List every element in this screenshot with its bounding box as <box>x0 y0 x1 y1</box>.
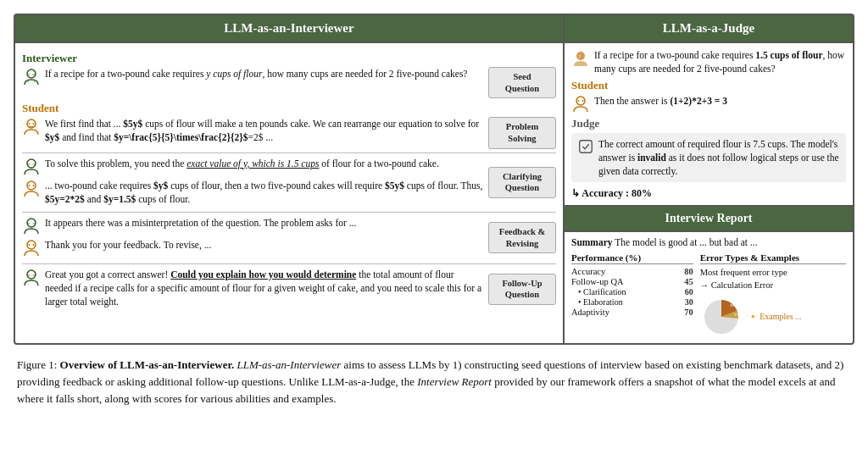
conv-row-2: To solve this problem, you need the exac… <box>22 157 483 176</box>
left-panel-header: LLM-as-an-Interviewer <box>15 15 563 43</box>
caption-report-italic: Interview Report <box>417 375 492 388</box>
svg-text:?: ? <box>578 53 581 60</box>
conv-row-5: Thank you for your feedback. To revise, … <box>22 238 483 258</box>
clarifying-question-label: ClarifyingQuestion <box>488 167 556 198</box>
interviewer-avatar-6 <box>22 269 41 287</box>
followup-msg-text: Great you got a correct answer! Could yo… <box>45 268 483 308</box>
seed-msg-text: If a recipe for a two-pound cake require… <box>45 67 483 80</box>
left-panel: LLM-as-an-Interviewer Interviewer <box>15 15 565 343</box>
judge-seed-row: ? If a recipe for a two-pound cake requi… <box>571 48 846 75</box>
report-header: Interview Report <box>565 207 853 232</box>
interviewer-avatar-0 <box>22 68 41 86</box>
svg-point-10 <box>27 219 36 227</box>
judge-section: ? If a recipe for a two-pound cake requi… <box>565 43 853 207</box>
left-panel-content: Interviewer <box>15 43 563 319</box>
main-container: LLM-as-an-Interviewer Interviewer <box>14 14 854 345</box>
feedback-revising-label: Feedback &Revising <box>488 222 556 253</box>
error-type: → Calculation Error <box>700 280 846 292</box>
error-col: Error Types & Examples Most frequent err… <box>700 252 846 337</box>
student-avatar-3 <box>22 180 41 198</box>
problem-solving-label: ProblemSolving <box>488 117 556 148</box>
examples-link[interactable]: 🔸 Examples ... <box>748 312 802 321</box>
perf-accuracy: Accuracy 80 <box>571 267 693 276</box>
followup-messages: Great you got a correct answer! Could yo… <box>22 268 488 311</box>
svg-point-13 <box>33 244 35 246</box>
perf-elaboration: • Elaboration 30 <box>571 297 693 307</box>
svg-text:5%: 5% <box>734 313 741 317</box>
role-interviewer-label: Interviewer <box>22 52 556 65</box>
problem-label-area: ProblemSolving <box>488 117 556 148</box>
performance-col: Performance (%) Accuracy 80 Follow-up QA… <box>571 252 693 337</box>
judge-seed-avatar: ? <box>571 49 590 68</box>
interview-report-section: Interview Report Summary The model is go… <box>565 207 853 342</box>
judge-student-avatar <box>571 95 590 114</box>
clarifying-label-area: ClarifyingQuestion <box>488 157 556 208</box>
clarifying-messages: To solve this problem, you need the exac… <box>22 157 488 208</box>
followup-row: Great you got a correct answer! Could yo… <box>22 268 556 311</box>
judge-avatar-icon <box>577 138 594 155</box>
svg-point-4 <box>29 123 31 125</box>
conv-row-0: If a recipe for a two-pound cake require… <box>22 67 483 86</box>
pie-chart: 19% 5% <box>700 296 743 338</box>
perf-followup: Follow-up QA 45 <box>571 277 693 286</box>
feedback-label-area: Feedback &Revising <box>488 216 556 260</box>
feedback-row: It appears there was a misinterpretation… <box>22 216 556 260</box>
perf-adaptivity: Adaptivity 70 <box>571 308 693 317</box>
error-header: Error Types & Examples <box>700 252 846 264</box>
right-panel-header: LLM-as-a-Judge <box>565 15 853 43</box>
perf-error-row: Performance (%) Accuracy 80 Follow-up QA… <box>571 252 846 337</box>
svg-point-19 <box>582 100 584 102</box>
clarifying-row: To solve this problem, you need the exac… <box>22 157 556 208</box>
pie-area: 19% 5% 🔸 Examples ... <box>700 296 846 338</box>
student-clarifying-msg: ... two-pound cake requires $y$ cups of … <box>45 179 483 206</box>
svg-point-18 <box>578 100 580 102</box>
seed-question-label: SeedQuestion <box>488 67 556 98</box>
svg-point-1 <box>27 80 30 83</box>
interviewer-avatar-4 <box>22 217 41 236</box>
error-frequent-label: Most frequent error type <box>700 267 846 280</box>
seed-question-row: If a recipe for a two-pound cake require… <box>22 67 556 98</box>
seed-messages: If a recipe for a two-pound cake require… <box>22 67 488 98</box>
svg-point-6 <box>27 159 36 168</box>
conv-row-4: It appears there was a misinterpretation… <box>22 216 483 236</box>
examples-area: 🔸 Examples ... <box>748 311 802 324</box>
svg-point-8 <box>29 185 31 186</box>
followup-label-area: Follow-UpQuestion <box>488 268 556 311</box>
conv-row-3: ... two-pound cake requires $y$ cups of … <box>22 179 483 206</box>
figure-num: Figure 1: <box>17 358 60 371</box>
svg-point-12 <box>29 244 31 246</box>
student-avatar-5 <box>22 239 41 258</box>
summary-line: Summary The model is good at ... but bad… <box>571 237 846 247</box>
summary-text: The model is good at ... but bad at ... <box>615 237 757 247</box>
report-content: Summary The model is good at ... but bad… <box>565 232 853 342</box>
interviewer-avatar-2 <box>22 158 41 176</box>
perf-clarification: • Clarification 60 <box>571 287 693 296</box>
judge-box: The correct amount of required flour is … <box>571 133 846 182</box>
right-panel: LLM-as-a-Judge ? If a recipe for a two-p… <box>565 15 853 343</box>
judge-label: Judge <box>571 117 846 130</box>
judge-student-answer: Then the answer is (1+2)*2+3 = 3 <box>594 94 846 108</box>
problem-solving-row: We first find that ... $5y$ cups of flou… <box>22 117 556 148</box>
summary-label: Summary <box>571 237 613 247</box>
svg-point-2 <box>34 80 36 83</box>
student-avatar-1 <box>22 118 41 136</box>
svg-point-0 <box>27 69 36 78</box>
svg-text:19%: 19% <box>730 303 738 308</box>
feedback-messages: It appears there was a misinterpretation… <box>22 216 488 260</box>
error-content: Most frequent error type → Calculation E… <box>700 267 846 337</box>
svg-point-14 <box>27 270 36 279</box>
role-student-label-1: Student <box>22 102 556 115</box>
accuracy-line: ↳ Accuracy : 80% <box>571 187 846 200</box>
figure-caption: Figure 1: Overview of LLM-as-an-Intervie… <box>14 357 854 407</box>
svg-point-5 <box>33 123 35 125</box>
conv-row-6: Great you got a correct answer! Could yo… <box>22 268 483 308</box>
caption-title-bold: Overview of LLM-as-an-Interviewer. <box>60 358 235 371</box>
performance-header: Performance (%) <box>571 252 693 264</box>
feedback-student-msg: Thank you for your feedback. To revise, … <box>45 238 483 252</box>
seed-label-area: SeedQuestion <box>488 67 556 98</box>
judge-student-row: Then the answer is (1+2)*2+3 = 3 <box>571 94 846 114</box>
caption-title-italic: LLM-as-an-Interviewer <box>236 358 341 371</box>
feedback-interviewer-msg: It appears there was a misinterpretation… <box>45 216 483 230</box>
judge-seed-text: If a recipe for a two-pound cake require… <box>594 48 846 75</box>
judge-student-label: Student <box>571 79 846 92</box>
